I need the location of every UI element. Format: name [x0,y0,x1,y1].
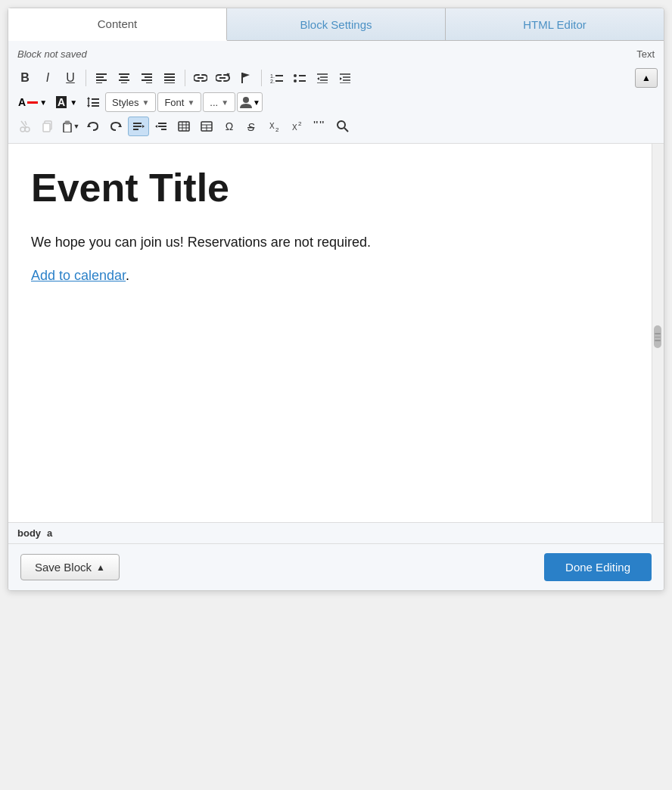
align-right-icon [141,73,153,83]
tabs-bar: Content Block Settings HTML Editor [8,8,664,41]
paste-arrow: ▼ [73,123,80,130]
svg-text:S: S [247,121,255,132]
editor-container: Content Block Settings HTML Editor Block… [8,8,664,591]
toolbar-area: Block not saved Text B I U [8,41,664,144]
indent-more-button[interactable] [334,68,356,88]
link-icon [194,73,207,83]
underline-button[interactable]: U [60,68,81,88]
person-dropdown[interactable]: ▼ [237,92,263,112]
styles-dropdown[interactable]: Styles ▼ [105,92,156,112]
cut-icon [20,120,30,132]
bg-color-arrow: ▼ [70,98,77,107]
link-button[interactable] [190,68,211,88]
svg-point-80 [338,121,345,129]
more-label: ... [210,97,218,108]
line-spacing-button[interactable] [82,92,104,112]
svg-rect-64 [179,122,189,131]
copy-icon [42,120,53,132]
paste-icon [61,120,73,132]
subscript-icon: X 2 [269,121,281,132]
block-type-label: Text [636,48,655,60]
scroll-lines [655,333,661,341]
indent-more-icon [339,73,351,83]
align-justify-button[interactable] [159,68,180,88]
redo-button[interactable] [105,117,126,136]
indent-less-button[interactable] [312,68,333,88]
rtl-button[interactable] [151,117,172,136]
sep1 [86,70,86,86]
bold-button[interactable]: B [14,68,36,88]
font-color-button[interactable]: A ▼ [14,92,51,112]
table-button[interactable] [173,117,194,136]
svg-marker-40 [87,105,90,107]
svg-line-81 [344,128,348,132]
italic-button[interactable]: I [37,68,58,88]
more-dropdown[interactable]: ... ▼ [203,92,235,112]
search-button[interactable] [332,117,353,136]
table-icon [178,121,190,132]
undo-button[interactable] [82,117,104,136]
footer-bar: Save Block ▲ Done Editing [8,543,664,590]
editor-content[interactable]: Event Title We hope you can join us! Res… [8,144,652,522]
paste-button[interactable]: ▼ [60,117,81,136]
superscript-icon: X 2 [291,121,303,132]
status-tag-a[interactable]: a [47,527,52,539]
rtl-icon [155,121,167,132]
align-left-icon [95,73,107,83]
undo-icon [87,121,99,132]
strikethrough-button[interactable]: S [241,117,263,136]
ordered-list-button[interactable]: 1. 2. [266,68,288,88]
svg-text:": " [313,121,318,132]
collapse-button[interactable]: ▲ [635,68,658,88]
person-icon [239,95,253,109]
strikethrough-icon: S [246,121,258,132]
done-editing-button[interactable]: Done Editing [544,553,652,581]
redo-icon [110,121,122,132]
save-block-button[interactable]: Save Block ▲ [20,554,120,580]
tab-html-editor[interactable]: HTML Editor [446,8,664,40]
ltr-icon [132,121,145,132]
svg-point-48 [20,127,25,132]
svg-marker-33 [317,77,319,80]
table-align-button[interactable] [196,117,217,136]
font-dropdown[interactable]: Font ▼ [157,92,201,112]
svg-rect-52 [64,123,71,132]
tab-block-settings[interactable]: Block Settings [227,8,446,40]
copy-button[interactable] [37,117,58,136]
toolbar-row-3: ▼ [14,114,658,138]
blockquote-button[interactable]: " " [310,117,331,136]
svg-point-26 [294,79,297,82]
font-label: Font [164,97,184,108]
status-bar: body a [8,522,664,543]
scrollbar[interactable] [652,144,664,522]
align-center-button[interactable] [114,68,135,88]
unlink-button[interactable] [213,68,234,88]
sep2 [185,70,185,86]
unordered-list-button[interactable] [289,68,310,88]
event-title[interactable]: Event Title [31,166,629,210]
bg-color-button[interactable]: A ▼ [52,92,81,112]
svg-text:X: X [269,122,275,130]
tab-content[interactable]: Content [8,8,227,41]
align-left-button[interactable] [91,68,112,88]
calendar-link[interactable]: Add to calendar [31,268,126,283]
subscript-button[interactable]: X 2 [264,117,285,136]
toolbar-row-1: B I U [14,66,658,90]
svg-marker-59 [142,125,145,128]
table-align-icon [201,121,213,132]
indent-less-icon [316,73,328,83]
font-color-a: A [18,96,26,108]
svg-text:": " [319,121,324,132]
cut-button[interactable] [14,117,36,136]
svg-text:2: 2 [298,121,302,127]
status-tag-body[interactable]: body [17,527,41,539]
omega-symbol: Ω [226,120,233,132]
flag-button[interactable] [235,68,257,88]
blockquote-icon: " " [313,121,327,132]
bg-color-a: A [56,96,67,108]
align-right-button[interactable] [136,68,157,88]
event-body[interactable]: We hope you can join us! Reservations ar… [31,232,629,253]
ltr-button[interactable] [128,117,149,136]
superscript-button[interactable]: X 2 [287,117,308,136]
omega-button[interactable]: Ω [219,117,240,136]
